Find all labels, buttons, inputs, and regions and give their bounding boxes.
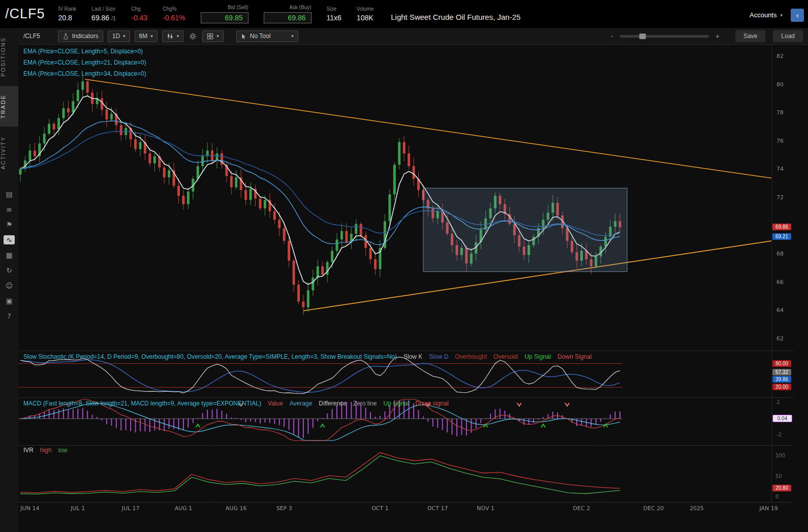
ema21-legend[interactable]: EMA (Price=CLOSE, Length=21, Displace=0) xyxy=(23,57,146,68)
size-value: 11x6 xyxy=(327,14,341,22)
trading-app: /CLF5 IV Rank 20.8 Last / Size 69.86 /1 … xyxy=(0,0,808,532)
ask-button[interactable]: 69.86 xyxy=(264,12,312,23)
macd-study-label[interactable]: MACD (Fast length=8, Slow length=21, MAC… xyxy=(23,400,261,407)
quote-field-size: Size 11x6 xyxy=(327,6,341,22)
price-chart-canvas[interactable] xyxy=(18,45,808,532)
sidebar-icon-alerts[interactable]: ⚑ xyxy=(0,218,18,231)
chevron-down-icon: ▾ xyxy=(291,34,294,39)
accounts-menu[interactable]: Accounts ▾ xyxy=(750,9,783,19)
size-label: Size xyxy=(327,6,336,12)
indicators-button[interactable]: Indicators xyxy=(58,30,103,42)
sidebar-icon-rail: ▤≡⚑∿▦↻☺▣? xyxy=(0,187,18,323)
chevron-down-icon: ▾ xyxy=(216,34,219,39)
range-dropdown[interactable]: 6M ▾ xyxy=(135,30,158,42)
sidebar-tab-trade[interactable]: TRADE xyxy=(0,85,18,127)
legend-low: low xyxy=(58,447,68,454)
quote-field-last-size: Last / Size 69.86 /1 xyxy=(91,6,116,22)
zoom-out-button[interactable]: - xyxy=(609,32,615,40)
layout-dropdown[interactable]: ▾ xyxy=(202,30,224,42)
duplicate-icon: ▣ xyxy=(6,297,12,305)
load-button[interactable]: Load xyxy=(773,30,803,42)
sidebar-tab-positions[interactable]: POSITIONS xyxy=(0,28,18,85)
zoom-slider-handle[interactable] xyxy=(639,34,646,39)
ema34-legend[interactable]: EMA (Price=CLOSE, Length=34, Displace=0) xyxy=(23,68,146,79)
sidebar-tabs: POSITIONSTRADEACTIVITY xyxy=(0,28,18,178)
quote-field-iv-rank: IV Rank 20.8 xyxy=(58,6,77,22)
legend-high: high xyxy=(40,447,52,454)
chg-pct-label: Chg% xyxy=(163,6,176,12)
volume-label: Volume xyxy=(357,6,374,12)
timeframe-dropdown[interactable]: 1D ▾ xyxy=(108,30,130,42)
legend-overbought: Overbought xyxy=(455,353,487,360)
quotes-icon: ▤ xyxy=(6,190,12,198)
stochastic-label-row: Slow Stochastic (K Period=14, D Period=9… xyxy=(23,353,592,360)
legend-down-signal: Down Signal xyxy=(557,353,592,360)
zoom-slider[interactable] xyxy=(620,35,709,38)
macd-label-row: MACD (Fast length=8, Slow length=21, MAC… xyxy=(23,400,449,407)
alerts-icon: ⚑ xyxy=(6,221,13,229)
chg-pct-value: -0.61% xyxy=(163,14,185,22)
iv-rank-label: IV Rank xyxy=(58,6,77,12)
sidebar-icon-help[interactable]: ? xyxy=(0,309,18,323)
last-size-value: 69.86 /1 xyxy=(91,14,116,22)
sidebar-icon-charts[interactable]: ∿ xyxy=(0,233,18,246)
grid-icon: ▦ xyxy=(6,251,12,259)
sidebar-icon-watchlist[interactable]: ≡ xyxy=(0,203,18,216)
charts-icon: ∿ xyxy=(4,235,15,244)
chevron-down-icon: ▾ xyxy=(177,34,179,39)
drawing-tool-value: No Tool xyxy=(250,33,270,40)
chart-area: EMA (Price=CLOSE, Length=5, Displace=0) … xyxy=(18,45,808,532)
legend-up-signal: Up Signal xyxy=(524,353,551,360)
cursor-icon xyxy=(241,33,247,40)
quote-field-volume: Volume 108K xyxy=(357,6,374,22)
ask-label: Ask (Buy) xyxy=(289,5,311,10)
grid-layout-icon xyxy=(207,33,213,40)
contract-description: Light Sweet Crude Oil Futures, Jan-25 xyxy=(391,7,520,21)
quote-field-chg: Chg -0.43 xyxy=(131,6,147,22)
chevron-down-icon: ▾ xyxy=(123,34,126,39)
save-button[interactable]: Save xyxy=(735,30,765,42)
community-icon: ☺ xyxy=(6,281,13,290)
volume-value: 108K xyxy=(357,14,374,22)
quote-field-chg-pct: Chg% -0.61% xyxy=(163,6,185,22)
stochastic-study-label[interactable]: Slow Stochastic (K Period=14, D Period=9… xyxy=(23,353,397,360)
zoom-in-button[interactable]: + xyxy=(713,32,722,40)
candlestick-chart-icon xyxy=(167,33,174,40)
history-icon: ↻ xyxy=(6,266,12,274)
legend-down-signal: Down signal xyxy=(416,400,449,407)
watchlist-icon: ≡ xyxy=(6,205,12,213)
range-value: 6M xyxy=(139,33,148,40)
legend-difference: Difference xyxy=(319,400,346,407)
collapse-panel-button[interactable]: ‹ xyxy=(791,9,804,22)
drawing-tool-dropdown[interactable]: No Tool ▾ xyxy=(236,30,298,42)
sidebar-icon-community[interactable]: ☺ xyxy=(0,279,18,292)
timeframe-value: 1D xyxy=(112,33,120,40)
indicators-icon xyxy=(63,33,69,40)
left-sidebar: POSITIONSTRADEACTIVITY ▤≡⚑∿▦↻☺▣? xyxy=(0,28,19,532)
quote-header: /CLF5 IV Rank 20.8 Last / Size 69.86 /1 … xyxy=(0,0,808,28)
legend-value: Value xyxy=(268,400,283,407)
sidebar-icon-duplicate[interactable]: ▣ xyxy=(0,294,18,307)
chg-label: Chg xyxy=(131,6,140,12)
sidebar-icon-history[interactable]: ↻ xyxy=(0,264,18,277)
ivr-study-label[interactable]: IVR xyxy=(23,447,34,454)
sidebar-icon-quotes[interactable]: ▤ xyxy=(0,187,18,201)
bid-button[interactable]: 69.85 xyxy=(201,12,248,23)
ema5-legend[interactable]: EMA (Price=CLOSE, Length=5, Displace=0) xyxy=(23,46,146,57)
legend-up-signal: Up signal xyxy=(383,400,409,407)
toolbar-symbol: /CLF5 xyxy=(23,33,40,40)
chart-settings-button[interactable] xyxy=(188,33,198,40)
legend-slow-d: Slow D xyxy=(429,353,448,360)
quote-field-ask: Ask (Buy) 69.86 xyxy=(264,5,312,23)
legend-oversold: Oversold xyxy=(493,353,518,360)
legend-slow-k: Slow K xyxy=(403,353,422,360)
chart-type-dropdown[interactable]: ▾ xyxy=(162,30,184,42)
ivr-label-row: IVRhighlow xyxy=(23,447,68,454)
iv-rank-value: 20.8 xyxy=(58,14,72,22)
help-icon: ? xyxy=(7,312,11,320)
accounts-label: Accounts xyxy=(750,11,776,19)
sidebar-tab-activity[interactable]: ACTIVITY xyxy=(0,127,18,178)
symbol-title: /CLF5 xyxy=(5,6,45,22)
chevron-down-icon: ▾ xyxy=(780,13,783,18)
sidebar-icon-grid[interactable]: ▦ xyxy=(0,248,18,262)
